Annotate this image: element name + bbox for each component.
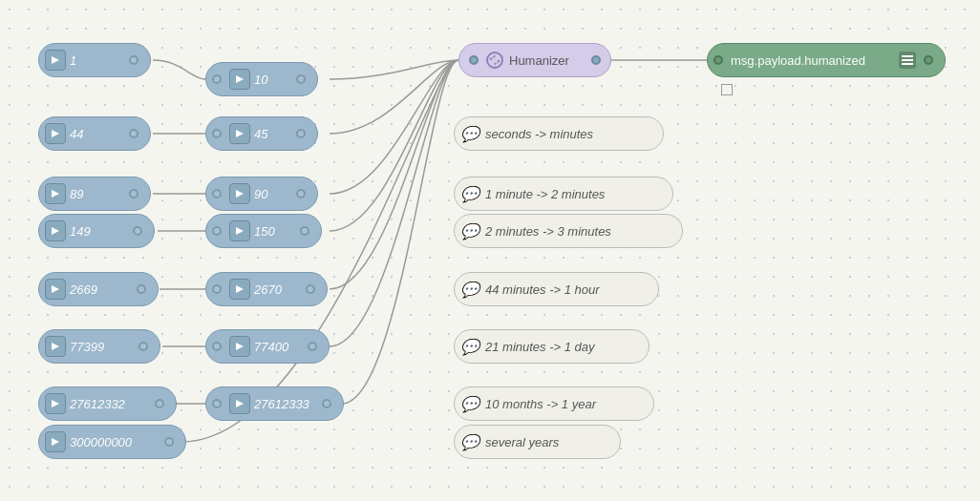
input-node-1[interactable]: 1: [38, 43, 151, 77]
comment-21min-1day: 💬 21 minutes -> 1 day: [454, 329, 650, 364]
humanizer-input-port[interactable]: [469, 55, 479, 65]
input-node-149[interactable]: 149: [38, 214, 155, 248]
comment-2min-3min: 💬 2 minutes -> 3 minutes: [454, 214, 683, 248]
comment-label-5: 21 minutes -> 1 day: [485, 340, 637, 354]
output-port-150[interactable]: [300, 226, 309, 236]
output-port-2669[interactable]: [137, 284, 146, 294]
input-node-27612332[interactable]: 27612332: [38, 386, 177, 421]
node-button-77399[interactable]: [45, 336, 66, 357]
node-button-1[interactable]: [45, 50, 66, 71]
comment-label-6: 10 months -> 1 year: [485, 397, 642, 411]
svg-marker-10: [236, 190, 244, 198]
node-label-149: 149: [70, 224, 125, 239]
mid-node-2670[interactable]: 2670: [205, 272, 328, 306]
svg-marker-11: [236, 227, 244, 235]
output-status-indicator: [721, 84, 733, 95]
output-node-label: msg.payload.humanized: [731, 53, 891, 68]
output-port-77399[interactable]: [138, 342, 148, 351]
input-node-300000000[interactable]: 300000000: [38, 425, 186, 459]
input-node-89[interactable]: 89: [38, 177, 151, 211]
svg-marker-12: [236, 285, 244, 293]
humanizer-node[interactable]: Humanizer: [458, 43, 611, 77]
comment-10months-1year: 💬 10 months -> 1 year: [454, 386, 654, 421]
output-port-1[interactable]: [129, 55, 138, 65]
node-button-300000000[interactable]: [45, 431, 66, 452]
output-port-2670[interactable]: [306, 284, 315, 294]
input-port-10[interactable]: [212, 74, 222, 84]
input-node-2669[interactable]: 2669: [38, 272, 159, 306]
svg-marker-9: [236, 130, 244, 137]
svg-marker-6: [52, 400, 59, 407]
output-port-77400[interactable]: [308, 342, 317, 351]
input-port-90[interactable]: [212, 189, 222, 198]
node-button-2669[interactable]: [45, 279, 66, 300]
svg-marker-1: [52, 130, 59, 137]
output-port-90[interactable]: [296, 189, 306, 198]
output-port-45[interactable]: [296, 129, 306, 138]
svg-marker-14: [236, 400, 244, 407]
node-label-27612333: 27612333: [254, 397, 314, 411]
node-button-149[interactable]: [45, 220, 66, 241]
node-button-27612332[interactable]: [45, 393, 66, 414]
input-node-77399[interactable]: 77399: [38, 329, 160, 364]
node-label-2669: 2669: [70, 282, 129, 297]
humanizer-output-port[interactable]: [591, 55, 601, 65]
output-port-27612333[interactable]: [322, 399, 331, 408]
output-port-300000000[interactable]: [164, 437, 174, 447]
svg-marker-13: [236, 343, 244, 350]
output-port-27612332[interactable]: [155, 399, 164, 408]
svg-marker-8: [236, 75, 244, 83]
mid-node-27612333[interactable]: 27612333: [205, 386, 344, 421]
node-label-77399: 77399: [70, 340, 131, 354]
input-port-2670[interactable]: [212, 284, 222, 294]
output-port-89[interactable]: [129, 189, 138, 198]
comment-44min-1hr: 💬 44 minutes -> 1 hour: [454, 272, 659, 306]
node-label-150: 150: [254, 224, 292, 239]
mid-node-45[interactable]: 45: [205, 116, 318, 151]
humanizer-label: Humanizer: [509, 53, 584, 68]
comment-bubble-icon-5: 💬: [460, 338, 479, 356]
node-button-10[interactable]: [229, 69, 250, 90]
node-button-27612333[interactable]: [229, 393, 250, 414]
svg-rect-16: [902, 59, 913, 61]
node-button-89[interactable]: [45, 183, 66, 204]
comment-bubble-icon-7: 💬: [460, 433, 479, 451]
input-port-45[interactable]: [212, 129, 222, 138]
input-port-77400[interactable]: [212, 342, 222, 351]
svg-marker-4: [52, 285, 59, 293]
comment-label-1: seconds -> minutes: [485, 127, 651, 141]
output-node-output-port[interactable]: [924, 55, 933, 65]
mid-node-90[interactable]: 90: [205, 177, 318, 211]
mid-node-77400[interactable]: 77400: [205, 329, 330, 364]
output-node[interactable]: msg.payload.humanized: [707, 43, 946, 77]
comment-seconds-minutes: 💬 seconds -> minutes: [454, 116, 664, 151]
node-label-300000000: 300000000: [70, 435, 157, 449]
node-button-90[interactable]: [229, 183, 250, 204]
comment-1min-2min: 💬 1 minute -> 2 minutes: [454, 177, 673, 211]
comment-bubble-icon: 💬: [460, 125, 479, 143]
node-button-45[interactable]: [229, 123, 250, 144]
output-node-input-port[interactable]: [714, 55, 723, 65]
mid-node-10[interactable]: 10: [205, 62, 318, 96]
output-port-44[interactable]: [129, 129, 138, 138]
output-port-10[interactable]: [296, 74, 306, 84]
refresh-icon: [486, 52, 503, 69]
node-label-1: 1: [70, 53, 121, 68]
svg-marker-5: [52, 343, 59, 350]
comment-label-4: 44 minutes -> 1 hour: [485, 282, 647, 297]
input-port-27612333[interactable]: [212, 399, 222, 408]
input-node-44[interactable]: 44: [38, 116, 151, 151]
input-port-150[interactable]: [212, 226, 222, 236]
svg-marker-7: [52, 438, 59, 446]
comment-bubble-icon-6: 💬: [460, 395, 479, 413]
node-button-44[interactable]: [45, 123, 66, 144]
comment-bubble-icon-2: 💬: [460, 185, 479, 203]
node-button-150[interactable]: [229, 220, 250, 241]
mid-node-150[interactable]: 150: [205, 214, 322, 248]
node-button-77400[interactable]: [229, 336, 250, 357]
svg-marker-2: [52, 190, 59, 198]
node-label-10: 10: [254, 73, 288, 87]
hamburger-icon[interactable]: [899, 52, 916, 69]
output-port-149[interactable]: [133, 226, 142, 236]
node-button-2670[interactable]: [229, 279, 250, 300]
